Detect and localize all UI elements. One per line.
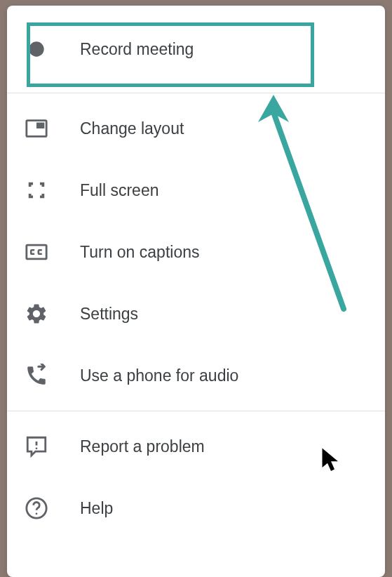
- phone-icon: [24, 363, 49, 388]
- meeting-options-menu: Record meeting Change layout Full screen: [7, 6, 385, 577]
- menu-item-label: Use a phone for audio: [80, 366, 238, 385]
- menu-section-record: Record meeting: [7, 6, 385, 93]
- gear-icon: [24, 301, 49, 326]
- report-problem-item[interactable]: Report a problem: [7, 416, 385, 477]
- menu-section-support: Report a problem Help: [7, 411, 385, 543]
- svg-rect-2: [36, 123, 44, 129]
- turn-on-captions-item[interactable]: Turn on captions: [7, 221, 385, 283]
- menu-section-main: Change layout Full screen Turn on captio…: [7, 93, 385, 411]
- menu-item-label: Help: [80, 499, 113, 518]
- svg-rect-3: [27, 245, 46, 259]
- change-layout-item[interactable]: Change layout: [7, 98, 385, 159]
- svg-point-5: [36, 447, 38, 449]
- menu-item-label: Full screen: [80, 181, 158, 200]
- menu-item-label: Record meeting: [80, 40, 194, 59]
- menu-item-label: Change layout: [80, 119, 184, 138]
- help-item[interactable]: Help: [7, 477, 385, 539]
- menu-item-label: Settings: [80, 305, 138, 324]
- fullscreen-icon: [24, 178, 49, 203]
- svg-point-0: [29, 41, 43, 56]
- settings-item[interactable]: Settings: [7, 283, 385, 345]
- layout-icon: [24, 116, 49, 141]
- record-meeting-item[interactable]: Record meeting: [7, 15, 385, 83]
- menu-item-label: Report a problem: [80, 437, 205, 456]
- help-icon: [24, 496, 49, 521]
- svg-point-7: [36, 512, 38, 515]
- feedback-icon: [24, 434, 49, 459]
- phone-audio-item[interactable]: Use a phone for audio: [7, 345, 385, 406]
- menu-item-label: Turn on captions: [80, 243, 199, 262]
- captions-icon: [24, 239, 49, 265]
- record-icon: [24, 37, 49, 62]
- full-screen-item[interactable]: Full screen: [7, 159, 385, 221]
